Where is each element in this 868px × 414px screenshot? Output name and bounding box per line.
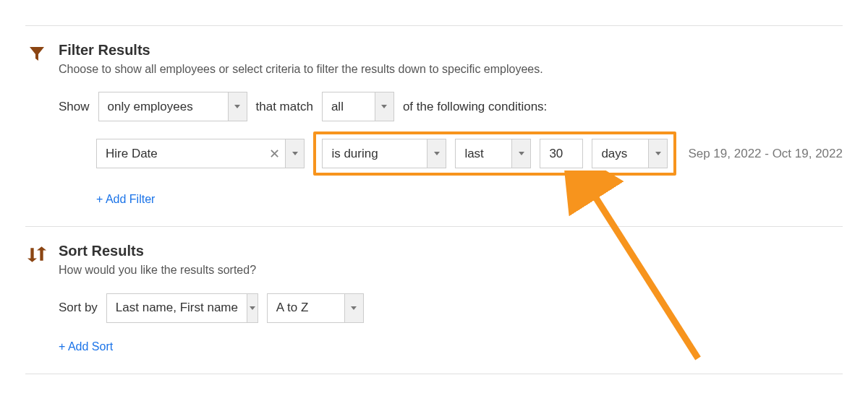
filter-section-header: Filter Results Choose to show all employ…	[25, 42, 843, 77]
sort-title: Sort Results	[59, 243, 843, 259]
filter-description: Choose to show all employees or select c…	[59, 61, 843, 77]
filter-title-block: Filter Results Choose to show all employ…	[59, 42, 843, 77]
show-label: Show	[59, 100, 90, 114]
match-label: that match	[256, 100, 313, 114]
match-select[interactable]: all	[322, 92, 394, 121]
sort-field-select[interactable]: Last name, First name	[106, 293, 258, 323]
filter-show-row: Show only employees that match all of th…	[59, 92, 843, 121]
filter-title: Filter Results	[59, 42, 843, 59]
condition-direction-select[interactable]: last	[455, 139, 531, 168]
condition-unit-value: days	[592, 147, 648, 161]
condition-unit-select[interactable]: days	[592, 139, 668, 168]
show-select-value: only employees	[99, 100, 228, 114]
condition-date-range: Sep 19, 2022 - Oct 19, 2022	[688, 147, 843, 161]
highlight-box-annotation: is during last days	[313, 131, 676, 176]
caret-icon	[285, 139, 304, 168]
sort-description: How would you like the results sorted?	[59, 262, 843, 278]
add-filter-link[interactable]: + Add Filter	[96, 193, 155, 206]
sort-field-value: Last name, First name	[107, 301, 247, 315]
sort-results-section: Sort Results How would you like the resu…	[25, 227, 843, 373]
clear-field-icon[interactable]: ✕	[263, 139, 285, 168]
sort-by-row: Sort by Last name, First name A to Z	[59, 293, 843, 323]
sort-icon	[25, 243, 48, 263]
match-select-value: all	[323, 100, 375, 114]
add-sort-link[interactable]: + Add Sort	[59, 340, 113, 353]
conditions-label: of the following conditions:	[403, 100, 547, 114]
sort-direction-select[interactable]: A to Z	[267, 293, 364, 323]
filter-results-section: Filter Results Choose to show all employ…	[25, 26, 843, 226]
condition-value-input[interactable]	[540, 139, 583, 168]
condition-direction-value: last	[456, 147, 511, 161]
filter-condition-row: Hire Date ✕ is during last days Sep 19, …	[96, 131, 843, 176]
condition-operator-value: is during	[323, 147, 427, 161]
caret-icon	[511, 139, 530, 168]
caret-icon	[228, 92, 247, 121]
show-select[interactable]: only employees	[98, 92, 247, 121]
divider-bottom	[25, 374, 843, 374]
sort-title-block: Sort Results How would you like the resu…	[59, 243, 843, 278]
sort-direction-value: A to Z	[268, 301, 344, 315]
caret-icon	[427, 139, 446, 168]
condition-operator-select[interactable]: is during	[322, 139, 446, 168]
caret-icon	[648, 139, 667, 168]
caret-icon	[247, 294, 258, 322]
caret-icon	[375, 92, 393, 121]
sort-section-header: Sort Results How would you like the resu…	[25, 243, 843, 278]
caret-icon	[344, 294, 363, 322]
condition-field-select[interactable]: Hire Date ✕	[96, 139, 305, 168]
condition-field-value: Hire Date	[97, 147, 263, 161]
sort-by-label: Sort by	[59, 301, 98, 315]
funnel-icon	[25, 42, 48, 62]
